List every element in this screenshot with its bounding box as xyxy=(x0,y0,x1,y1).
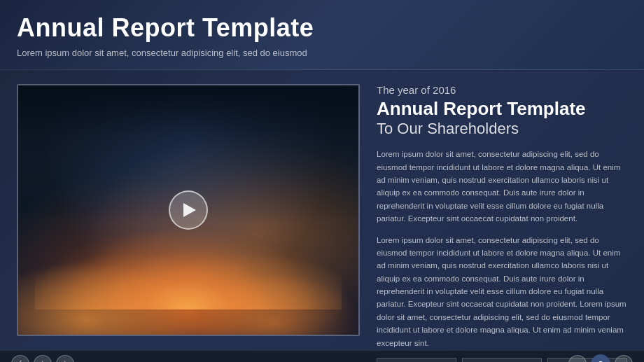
header-subtitle: Lorem ipsum dolor sit amet, consectetur … xyxy=(17,48,627,58)
main-content: The year of 2016 Annual Report Template … xyxy=(0,70,644,350)
prev-page-button[interactable]: ‹ xyxy=(568,355,587,362)
text-panel: The year of 2016 Annual Report Template … xyxy=(377,84,627,336)
play-button[interactable] xyxy=(169,190,208,230)
lorem-paragraph-1: Lorem ipsum dolor sit amet, consectetur … xyxy=(377,148,627,225)
page-number: 3 xyxy=(591,354,610,362)
company-name-button[interactable]: Company name xyxy=(377,358,456,362)
twitter-icon[interactable]: t xyxy=(34,355,52,362)
year-label: The year of 2016 xyxy=(377,84,627,96)
page-title: Annual Report Template xyxy=(17,14,627,42)
social-icons: f t t xyxy=(11,355,74,362)
pagination: ‹ 3 › xyxy=(568,354,633,362)
report-title: Annual Report Template xyxy=(377,99,627,119)
twitter-alt-icon[interactable]: t xyxy=(56,355,74,362)
next-page-button[interactable]: › xyxy=(615,355,633,362)
header: Annual Report Template Lorem ipsum dolor… xyxy=(0,0,644,70)
video-panel[interactable] xyxy=(17,84,360,336)
lorem-paragraph-2: Lorem ipsum dolor sit amet, consectetur … xyxy=(377,234,627,350)
team-work-button[interactable]: Team work xyxy=(462,358,542,362)
facebook-icon[interactable]: f xyxy=(11,355,29,362)
shareholders-title: To Our Shareholders xyxy=(377,120,627,138)
